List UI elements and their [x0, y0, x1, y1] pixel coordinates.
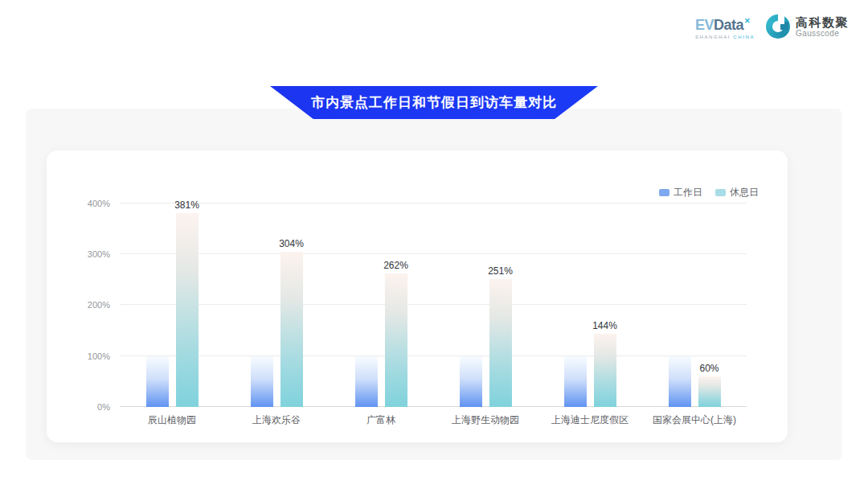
legend-item-休息日[interactable]: 休息日 — [715, 186, 759, 199]
header-logos: EVData✕ SHANGHAI CHINA 高科数聚 Gausscode — [0, 0, 868, 45]
evdata-wordmark: EVData✕ — [695, 18, 755, 32]
bar-value-label: 381% — [174, 199, 199, 211]
y-axis-tick: 200% — [88, 300, 110, 310]
section-title-banner: 市内景点工作日和节假日到访车量对比 — [270, 86, 598, 119]
x-axis-category-label: 国家会展中心(上海) — [653, 413, 736, 427]
legend-marker — [715, 189, 726, 196]
y-axis-tick: 100% — [88, 351, 110, 361]
bars-area: 381%辰山植物园304%上海欢乐谷262%广富林251%上海野生动物园144%… — [120, 178, 747, 407]
section-title: 市内景点工作日和节假日到访车量对比 — [311, 93, 557, 112]
chart-legend: 工作日休息日 — [659, 186, 759, 199]
legend-label: 休息日 — [730, 186, 759, 199]
evdata-subtext: SHANGHAI CHINA — [695, 35, 755, 39]
evdata-logo: EVData✕ SHANGHAI CHINA — [695, 18, 755, 39]
y-axis-tick: 300% — [88, 249, 110, 259]
bar-chart: 0%100%200%300%400%381%辰山植物园304%上海欢乐谷262%… — [120, 178, 747, 407]
x-axis-category-label: 辰山植物园 — [148, 413, 196, 427]
category-group-国家会展中心(上海): 60%国家会展中心(上海) — [642, 178, 747, 407]
bar-工作日-国家会展中心(上海) — [669, 356, 691, 407]
category-group-上海迪士尼度假区: 144%上海迪士尼度假区 — [538, 178, 642, 407]
y-axis-tick: 0% — [97, 402, 110, 412]
bar-工作日-上海野生动物园 — [460, 356, 482, 407]
legend-item-工作日[interactable]: 工作日 — [659, 186, 702, 199]
category-group-广富林: 262%广富林 — [329, 178, 433, 407]
evdata-subtext-shanghai: SHANGHAI — [695, 35, 731, 39]
bar-工作日-辰山植物园 — [146, 356, 169, 407]
bar-工作日-上海欢乐谷 — [251, 356, 273, 407]
bar-休息日-国家会展中心(上海): 60% — [698, 376, 721, 407]
evdata-ev-text: EV — [695, 17, 714, 33]
evdata-x-icon: ✕ — [744, 17, 750, 25]
bar-value-label: 60% — [699, 363, 719, 374]
gausscode-logo: 高科数聚 Gausscode — [766, 14, 849, 39]
bar-value-label: 251% — [488, 265, 513, 277]
gausscode-text: 高科数聚 Gausscode — [796, 15, 849, 38]
bar-工作日-上海迪士尼度假区 — [564, 356, 587, 407]
page: EVData✕ SHANGHAI CHINA 高科数聚 Gausscode 市内… — [0, 0, 868, 460]
gausscode-cn-name: 高科数聚 — [796, 15, 849, 29]
bar-value-label: 144% — [592, 320, 617, 331]
bar-休息日-上海欢乐谷: 304% — [280, 252, 303, 407]
gausscode-en-name: Gausscode — [796, 29, 849, 38]
bar-休息日-上海迪士尼度假区: 144% — [594, 334, 616, 407]
y-axis-tick: 400% — [88, 199, 110, 208]
x-axis-category-label: 上海迪士尼度假区 — [551, 413, 628, 427]
content-panel: 工作日休息日 0%100%200%300%400%381%辰山植物园304%上海… — [26, 109, 842, 460]
x-axis-category-label: 上海欢乐谷 — [252, 413, 301, 427]
bar-休息日-上海野生动物园: 251% — [489, 279, 512, 407]
category-group-上海野生动物园: 251%上海野生动物园 — [433, 178, 538, 407]
legend-marker — [659, 189, 669, 196]
bar-工作日-广富林 — [355, 356, 378, 407]
gausscode-g-icon — [766, 14, 790, 39]
evdata-subtext-china: CHINA — [733, 35, 755, 39]
gausscode-g-icon-square — [780, 22, 788, 30]
bar-休息日-辰山植物园: 381% — [176, 213, 199, 407]
chart-card: 工作日休息日 0%100%200%300%400%381%辰山植物园304%上海… — [47, 150, 788, 442]
category-group-上海欢乐谷: 304%上海欢乐谷 — [224, 178, 329, 407]
bar-休息日-广富林: 262% — [385, 273, 407, 407]
category-group-辰山植物园: 381%辰山植物园 — [120, 178, 224, 407]
x-axis-category-label: 上海野生动物园 — [452, 413, 519, 427]
legend-label: 工作日 — [674, 186, 702, 199]
bar-value-label: 304% — [279, 238, 304, 249]
evdata-data-text: Data — [714, 17, 743, 33]
x-axis-category-label: 广富林 — [366, 413, 395, 427]
bar-value-label: 262% — [383, 260, 408, 271]
